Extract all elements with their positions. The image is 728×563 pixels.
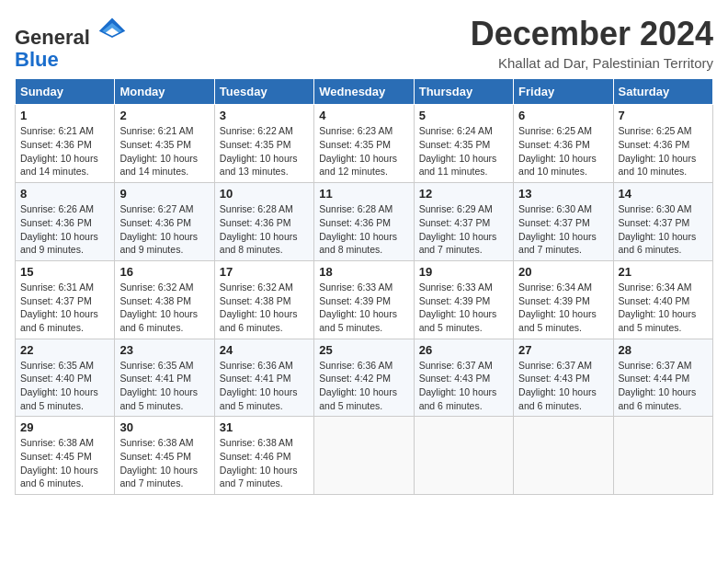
day-info: Sunrise: 6:21 AM Sunset: 4:35 PM Dayligh… — [119, 124, 209, 178]
weekday-sunday: Sunday — [16, 79, 115, 105]
calendar-cell: 29 Sunrise: 6:38 AM Sunset: 4:45 PM Dayl… — [16, 417, 115, 495]
sunset-label: Sunset: 4:35 PM — [220, 139, 291, 150]
sunset-label: Sunset: 4:36 PM — [220, 217, 291, 228]
sunrise-label: Sunrise: 6:36 AM — [220, 360, 293, 371]
sunrise-label: Sunrise: 6:30 AM — [619, 203, 692, 214]
day-info: Sunrise: 6:37 AM Sunset: 4:43 PM Dayligh… — [518, 359, 608, 413]
daylight-label: Daylight: 10 hours and 6 minutes. — [119, 308, 198, 333]
day-info: Sunrise: 6:21 AM Sunset: 4:36 PM Dayligh… — [20, 124, 109, 178]
day-number: 25 — [319, 343, 408, 357]
sunset-label: Sunset: 4:41 PM — [119, 373, 191, 384]
daylight-label: Daylight: 10 hours and 12 minutes. — [319, 153, 397, 178]
calendar-cell: 3 Sunrise: 6:22 AM Sunset: 4:35 PM Dayli… — [214, 105, 313, 183]
day-info: Sunrise: 6:27 AM Sunset: 4:36 PM Dayligh… — [119, 202, 209, 257]
daylight-label: Daylight: 10 hours and 5 minutes. — [319, 308, 397, 333]
day-info: Sunrise: 6:37 AM Sunset: 4:43 PM Dayligh… — [419, 359, 508, 413]
location-text: Khallat ad Dar, Palestinian Territory — [471, 55, 713, 71]
sunrise-label: Sunrise: 6:35 AM — [119, 360, 193, 371]
calendar-cell: 31 Sunrise: 6:38 AM Sunset: 4:46 PM Dayl… — [214, 417, 313, 495]
calendar-cell: 14 Sunrise: 6:30 AM Sunset: 4:37 PM Dayl… — [613, 183, 712, 261]
calendar-week-3: 15 Sunrise: 6:31 AM Sunset: 4:37 PM Dayl… — [16, 260, 713, 339]
daylight-label: Daylight: 10 hours and 13 minutes. — [220, 153, 298, 178]
calendar-cell: 27 Sunrise: 6:37 AM Sunset: 4:43 PM Dayl… — [514, 339, 613, 417]
sunset-label: Sunset: 4:35 PM — [319, 139, 391, 150]
calendar-cell: 23 Sunrise: 6:35 AM Sunset: 4:41 PM Dayl… — [115, 339, 214, 417]
sunrise-label: Sunrise: 6:37 AM — [518, 360, 592, 371]
sunset-label: Sunset: 4:42 PM — [319, 373, 391, 384]
sunset-label: Sunset: 4:38 PM — [220, 295, 291, 306]
sunrise-label: Sunrise: 6:21 AM — [20, 125, 94, 136]
sunset-label: Sunset: 4:36 PM — [20, 217, 92, 228]
daylight-label: Daylight: 10 hours and 14 minutes. — [119, 153, 198, 178]
weekday-monday: Monday — [115, 79, 214, 105]
calendar-cell: 1 Sunrise: 6:21 AM Sunset: 4:36 PM Dayli… — [16, 105, 115, 183]
day-info: Sunrise: 6:22 AM Sunset: 4:35 PM Dayligh… — [220, 124, 309, 178]
calendar-cell: 18 Sunrise: 6:33 AM Sunset: 4:39 PM Dayl… — [314, 260, 414, 339]
calendar-cell: 13 Sunrise: 6:30 AM Sunset: 4:37 PM Dayl… — [514, 183, 613, 261]
day-number: 17 — [220, 265, 309, 279]
day-info: Sunrise: 6:31 AM Sunset: 4:37 PM Dayligh… — [20, 281, 109, 335]
sunset-label: Sunset: 4:38 PM — [119, 295, 191, 306]
daylight-label: Daylight: 10 hours and 5 minutes. — [119, 386, 198, 411]
sunset-label: Sunset: 4:36 PM — [619, 139, 690, 150]
daylight-label: Daylight: 10 hours and 8 minutes. — [220, 231, 298, 256]
sunset-label: Sunset: 4:35 PM — [119, 139, 191, 150]
day-number: 9 — [119, 187, 209, 201]
day-number: 5 — [419, 109, 508, 122]
daylight-label: Daylight: 10 hours and 7 minutes. — [119, 465, 198, 489]
sunrise-label: Sunrise: 6:26 AM — [20, 203, 94, 214]
weekday-tuesday: Tuesday — [214, 79, 313, 105]
daylight-label: Daylight: 10 hours and 6 minutes. — [619, 386, 697, 411]
sunrise-label: Sunrise: 6:24 AM — [419, 125, 493, 136]
day-info: Sunrise: 6:32 AM Sunset: 4:38 PM Dayligh… — [119, 281, 209, 335]
sunset-label: Sunset: 4:37 PM — [619, 217, 690, 228]
day-number: 11 — [319, 187, 408, 201]
day-info: Sunrise: 6:25 AM Sunset: 4:36 PM Dayligh… — [619, 124, 708, 178]
sunset-label: Sunset: 4:36 PM — [518, 139, 590, 150]
daylight-label: Daylight: 10 hours and 8 minutes. — [319, 231, 397, 256]
calendar-cell: 20 Sunrise: 6:34 AM Sunset: 4:39 PM Dayl… — [514, 260, 613, 339]
daylight-label: Daylight: 10 hours and 11 minutes. — [419, 153, 497, 178]
weekday-thursday: Thursday — [414, 79, 513, 105]
sunrise-label: Sunrise: 6:31 AM — [20, 282, 94, 293]
day-info: Sunrise: 6:30 AM Sunset: 4:37 PM Dayligh… — [518, 202, 608, 257]
day-info: Sunrise: 6:30 AM Sunset: 4:37 PM Dayligh… — [619, 202, 708, 257]
sunset-label: Sunset: 4:40 PM — [20, 373, 92, 384]
sunrise-label: Sunrise: 6:38 AM — [119, 437, 193, 448]
calendar-cell — [514, 417, 613, 495]
calendar-cell: 7 Sunrise: 6:25 AM Sunset: 4:36 PM Dayli… — [613, 105, 712, 183]
daylight-label: Daylight: 10 hours and 5 minutes. — [518, 308, 597, 333]
calendar-cell: 30 Sunrise: 6:38 AM Sunset: 4:45 PM Dayl… — [115, 417, 214, 495]
weekday-saturday: Saturday — [613, 79, 712, 105]
sunrise-label: Sunrise: 6:23 AM — [319, 125, 392, 136]
calendar-week-5: 29 Sunrise: 6:38 AM Sunset: 4:45 PM Dayl… — [16, 417, 713, 495]
day-info: Sunrise: 6:28 AM Sunset: 4:36 PM Dayligh… — [220, 202, 309, 257]
calendar-cell: 24 Sunrise: 6:36 AM Sunset: 4:41 PM Dayl… — [214, 339, 313, 417]
day-number: 14 — [619, 187, 708, 201]
sunrise-label: Sunrise: 6:28 AM — [220, 203, 293, 214]
day-number: 8 — [20, 187, 109, 201]
calendar-week-1: 1 Sunrise: 6:21 AM Sunset: 4:36 PM Dayli… — [16, 105, 713, 183]
day-info: Sunrise: 6:38 AM Sunset: 4:45 PM Dayligh… — [119, 436, 209, 490]
day-info: Sunrise: 6:34 AM Sunset: 4:39 PM Dayligh… — [518, 281, 608, 335]
day-number: 7 — [619, 109, 708, 122]
day-number: 4 — [319, 109, 408, 122]
day-info: Sunrise: 6:25 AM Sunset: 4:36 PM Dayligh… — [518, 124, 608, 178]
calendar-cell: 8 Sunrise: 6:26 AM Sunset: 4:36 PM Dayli… — [16, 183, 115, 261]
calendar-cell — [613, 417, 712, 495]
calendar-cell: 16 Sunrise: 6:32 AM Sunset: 4:38 PM Dayl… — [115, 260, 214, 339]
sunrise-label: Sunrise: 6:22 AM — [220, 125, 293, 136]
day-info: Sunrise: 6:38 AM Sunset: 4:46 PM Dayligh… — [220, 436, 309, 490]
sunset-label: Sunset: 4:39 PM — [518, 295, 590, 306]
day-info: Sunrise: 6:36 AM Sunset: 4:41 PM Dayligh… — [220, 359, 309, 413]
sunset-label: Sunset: 4:46 PM — [220, 451, 291, 462]
daylight-label: Daylight: 10 hours and 5 minutes. — [20, 386, 98, 411]
calendar-cell: 4 Sunrise: 6:23 AM Sunset: 4:35 PM Dayli… — [314, 105, 414, 183]
daylight-label: Daylight: 10 hours and 5 minutes. — [319, 386, 397, 411]
calendar-cell: 17 Sunrise: 6:32 AM Sunset: 4:38 PM Dayl… — [214, 260, 313, 339]
calendar-cell: 11 Sunrise: 6:28 AM Sunset: 4:36 PM Dayl… — [314, 183, 414, 261]
sunrise-label: Sunrise: 6:25 AM — [518, 125, 592, 136]
day-info: Sunrise: 6:35 AM Sunset: 4:40 PM Dayligh… — [20, 359, 109, 413]
sunset-label: Sunset: 4:41 PM — [220, 373, 291, 384]
daylight-label: Daylight: 10 hours and 6 minutes. — [419, 386, 497, 411]
